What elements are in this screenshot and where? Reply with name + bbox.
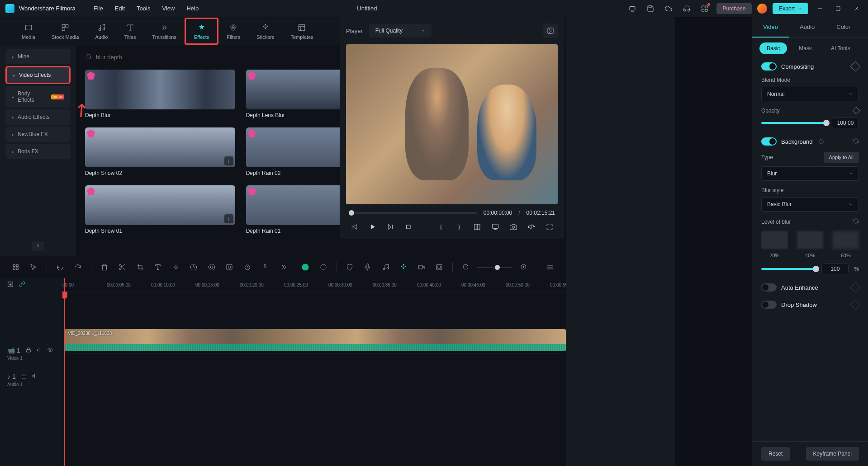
mute-icon[interactable]: [32, 373, 38, 380]
tl-split[interactable]: [116, 260, 129, 274]
tl-zoom-out[interactable]: [459, 260, 473, 274]
fullscreen-button[interactable]: [544, 221, 555, 232]
tl-zoom-in[interactable]: [517, 260, 531, 274]
blur-style-select[interactable]: Basic Blur: [761, 197, 859, 212]
reset-button[interactable]: Reset: [761, 447, 790, 461]
keyframe-icon[interactable]: [850, 282, 861, 293]
video-track[interactable]: VID_20230..._111633: [62, 327, 566, 353]
tl-color[interactable]: [205, 260, 218, 274]
next-frame-button[interactable]: [385, 221, 396, 232]
effect-thumbnail[interactable]: ↓: [85, 185, 235, 225]
keyframe-icon[interactable]: [853, 107, 860, 115]
blur-amount-value[interactable]: 100: [821, 264, 849, 274]
sidebar-collapse-button[interactable]: [32, 241, 44, 251]
tab-transitions[interactable]: Transitions: [144, 19, 185, 43]
tl-ai-tool[interactable]: [299, 260, 313, 274]
effect-card[interactable]: ↓Depth Snow 02: [85, 127, 235, 176]
track-header-video[interactable]: 📹 1 Video 1: [0, 340, 62, 367]
bg-type-select[interactable]: Blur: [761, 166, 859, 181]
close-icon[interactable]: [850, 2, 863, 15]
scrubber[interactable]: [349, 212, 477, 214]
add-track-icon[interactable]: [7, 281, 14, 289]
tab-audio[interactable]: Audio: [87, 19, 116, 43]
tracks-area[interactable]: 00:0000:00:05:0000:00:10:0000:00:15:0000…: [62, 278, 566, 466]
device-icon[interactable]: [626, 2, 639, 15]
preview-video[interactable]: [346, 44, 558, 204]
tl-audio-sync[interactable]: [379, 260, 393, 274]
volume-button[interactable]: [526, 221, 537, 232]
mark-in-button[interactable]: {: [436, 221, 446, 232]
mute-icon[interactable]: [37, 347, 42, 354]
prev-frame-button[interactable]: [349, 221, 360, 232]
reset-icon[interactable]: [853, 218, 859, 226]
tl-mask[interactable]: [223, 260, 237, 274]
background-toggle[interactable]: [761, 137, 777, 146]
apps-icon[interactable]: [698, 2, 711, 15]
tl-more[interactable]: [276, 260, 290, 274]
sidebar-item-newblue-fx[interactable]: ▸NewBlue FX: [5, 127, 71, 142]
sidebar-item-audio-effects[interactable]: ▸Audio Effects: [5, 109, 71, 125]
tl-select-tool[interactable]: [27, 260, 41, 274]
tl-delete[interactable]: [98, 260, 111, 274]
playhead[interactable]: [64, 278, 65, 466]
compositing-toggle[interactable]: [761, 62, 777, 71]
tl-voice[interactable]: [361, 260, 375, 274]
blur-swatch[interactable]: [797, 231, 824, 249]
maximize-icon[interactable]: [832, 2, 844, 15]
user-avatar[interactable]: [757, 4, 767, 14]
keyframe-panel-button[interactable]: Keyframe Panel: [806, 447, 859, 461]
reset-icon[interactable]: [853, 138, 859, 146]
subtab-ai-tools[interactable]: AI Tools: [824, 42, 857, 54]
blur-amount-slider[interactable]: [761, 268, 816, 270]
download-icon[interactable]: ↓: [224, 156, 233, 165]
apply-all-button[interactable]: Apply to All: [824, 152, 859, 163]
tab-stock-media[interactable]: Stock Media: [43, 19, 87, 43]
tl-marker2[interactable]: [343, 260, 357, 274]
scrub-handle[interactable]: [349, 210, 354, 216]
auto-enhance-toggle[interactable]: [761, 283, 777, 292]
opacity-value[interactable]: 100,00: [832, 118, 859, 128]
snapshot-button[interactable]: [543, 24, 558, 38]
track-header-audio[interactable]: ♪ 1 Audio 1: [0, 367, 62, 393]
sidebar-item-boris-fx[interactable]: ▸Boris FX: [5, 144, 71, 159]
link-icon[interactable]: [19, 281, 25, 289]
info-icon[interactable]: ⓘ: [819, 138, 824, 145]
effect-thumbnail[interactable]: ↓: [85, 127, 235, 167]
tab-titles[interactable]: Titles: [116, 19, 144, 43]
tab-stickers[interactable]: Stickers: [248, 19, 282, 43]
props-tab-color[interactable]: Color: [825, 17, 861, 38]
minimize-icon[interactable]: [814, 2, 826, 15]
compare-button[interactable]: [472, 221, 483, 232]
tab-effects[interactable]: Effects: [185, 18, 218, 45]
effect-card[interactable]: ↓Depth Snow 01: [85, 185, 235, 234]
props-tab-audio[interactable]: Audio: [789, 17, 825, 38]
tl-smart-tool[interactable]: [9, 260, 23, 274]
save-icon[interactable]: [644, 2, 657, 15]
effect-card[interactable]: Depth Blur: [85, 70, 235, 118]
tl-record[interactable]: [415, 260, 428, 274]
headset-icon[interactable]: [680, 2, 693, 15]
tl-redo[interactable]: [71, 260, 85, 274]
download-icon[interactable]: ↓: [224, 214, 233, 223]
subtab-mask[interactable]: Mask: [792, 42, 819, 54]
tl-text[interactable]: [152, 260, 165, 274]
sidebar-item-mine[interactable]: ▸Mine: [5, 49, 71, 64]
tl-render[interactable]: [432, 260, 446, 274]
stop-button[interactable]: [403, 221, 414, 232]
mark-out-button[interactable]: }: [454, 221, 465, 232]
zoom-slider[interactable]: [477, 267, 512, 268]
sidebar-item-body-effects[interactable]: ▸Body EffectsNEW: [5, 86, 71, 108]
play-button[interactable]: [367, 221, 378, 232]
drop-shadow-toggle[interactable]: [761, 301, 777, 309]
video-clip[interactable]: VID_20230..._111633: [64, 329, 566, 351]
props-tab-video[interactable]: Video: [752, 17, 789, 38]
audio-track[interactable]: [62, 353, 566, 379]
lock-icon[interactable]: [21, 373, 27, 380]
eye-icon[interactable]: [47, 347, 53, 354]
tl-undo[interactable]: [53, 260, 67, 274]
display-button[interactable]: [490, 221, 501, 232]
tl-speed[interactable]: [187, 260, 201, 274]
tl-timer[interactable]: [241, 260, 254, 274]
blur-swatch[interactable]: [832, 231, 859, 249]
tab-media[interactable]: Media: [14, 19, 43, 43]
